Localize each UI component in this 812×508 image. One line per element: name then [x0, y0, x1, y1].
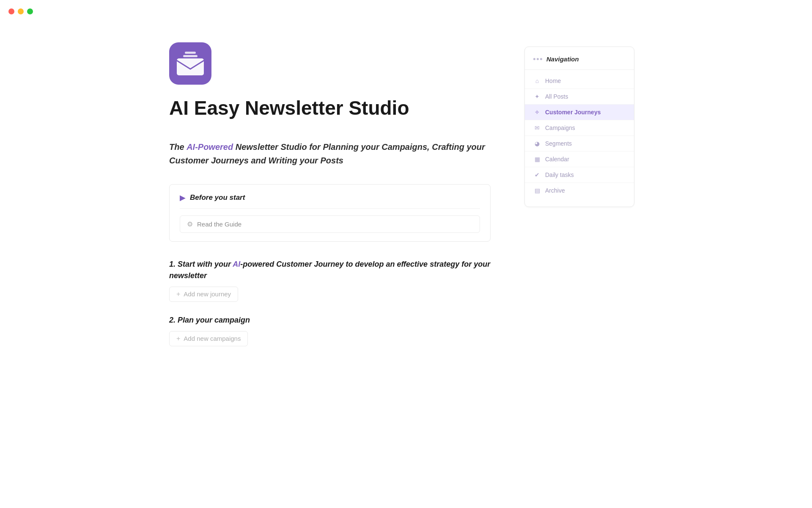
customer-journeys-icon: ✧	[533, 109, 541, 116]
nav-item-label-all-posts: All Posts	[545, 93, 568, 100]
app-icon	[169, 42, 211, 85]
before-you-start-title: Before you start	[190, 193, 245, 202]
nav-item-segments[interactable]: ◕Segments	[525, 136, 634, 152]
before-you-start-card: ▶ Before you start ⚙ Read the Guide	[169, 184, 491, 242]
archive-icon: ▤	[533, 187, 541, 194]
add-icon-2: +	[176, 335, 180, 342]
maximize-button[interactable]	[27, 8, 33, 14]
nav-panel: Navigation ⌂Home✦All Posts✧Customer Jour…	[524, 47, 634, 359]
nav-item-label-customer-journeys: Customer Journeys	[545, 109, 601, 116]
nav-item-calendar[interactable]: ▦Calendar	[525, 152, 634, 167]
nav-item-label-calendar: Calendar	[545, 156, 569, 163]
segments-icon: ◕	[533, 140, 541, 147]
add-journey-button[interactable]: + Add new journey	[169, 287, 238, 302]
nav-item-daily-tasks[interactable]: ✔Daily tasks	[525, 167, 634, 183]
add-campaigns-button[interactable]: + Add new campaigns	[169, 331, 248, 346]
calendar-icon: ▦	[533, 156, 541, 163]
step-1-prefix: 1. Start with your	[169, 260, 233, 268]
nav-dot-1	[533, 58, 535, 60]
left-column: AI Easy Newsletter Studio The AI-Powered…	[169, 42, 491, 359]
step-1-title: 1. Start with your AI-powered Customer J…	[169, 259, 491, 282]
nav-item-label-archive: Archive	[545, 187, 565, 194]
close-button[interactable]	[8, 8, 14, 14]
nav-dots	[533, 58, 542, 60]
nav-item-label-segments: Segments	[545, 140, 572, 147]
card-header: ▶ Before you start	[180, 193, 480, 209]
step-1-highlight: AI	[233, 260, 240, 268]
read-guide-item[interactable]: ⚙ Read the Guide	[180, 215, 480, 233]
step-2-title: 2. Plan your campaign	[169, 315, 491, 326]
content-wrapper: AI Easy Newsletter Studio The AI-Powered…	[152, 42, 660, 359]
all-posts-icon: ✦	[533, 93, 541, 100]
nav-dot-3	[540, 58, 542, 60]
main-content: AI Easy Newsletter Studio The AI-Powered…	[0, 0, 812, 393]
minimize-button[interactable]	[18, 8, 24, 14]
tagline: The AI-Powered Newsletter Studio for Pla…	[169, 140, 491, 167]
add-campaigns-label: Add new campaigns	[184, 335, 241, 342]
add-icon: +	[176, 290, 180, 298]
nav-item-all-posts[interactable]: ✦All Posts	[525, 89, 634, 105]
step-2-prefix: 2. Plan your campaign	[169, 316, 250, 324]
nav-title: Navigation	[546, 55, 579, 63]
read-guide-label: Read the Guide	[197, 221, 241, 228]
nav-dot-2	[537, 58, 539, 60]
svg-rect-2	[185, 52, 196, 54]
nav-item-label-campaigns: Campaigns	[545, 124, 575, 131]
traffic-lights	[8, 8, 33, 14]
step-1: 1. Start with your AI-powered Customer J…	[169, 259, 491, 302]
nav-item-label-daily-tasks: Daily tasks	[545, 171, 574, 178]
svg-rect-3	[183, 55, 198, 57]
step-2: 2. Plan your campaign + Add new campaign…	[169, 315, 491, 346]
nav-item-archive[interactable]: ▤Archive	[525, 183, 634, 198]
gear-icon: ⚙	[187, 220, 193, 228]
flag-icon: ▶	[180, 193, 186, 202]
nav-card: Navigation ⌂Home✦All Posts✧Customer Jour…	[524, 47, 634, 207]
campaigns-icon: ✉	[533, 124, 541, 131]
add-journey-label: Add new journey	[184, 290, 231, 298]
nav-header: Navigation	[525, 55, 634, 70]
tagline-highlight: AI-Powered	[187, 142, 233, 152]
app-title: AI Easy Newsletter Studio	[169, 97, 491, 119]
nav-item-label-home: Home	[545, 77, 561, 84]
tagline-prefix: The	[169, 142, 187, 152]
nav-item-customer-journeys[interactable]: ✧Customer Journeys	[525, 105, 634, 120]
nav-item-home[interactable]: ⌂Home	[525, 73, 634, 89]
nav-items-list: ⌂Home✦All Posts✧Customer Journeys✉Campai…	[525, 73, 634, 198]
home-icon: ⌂	[533, 77, 541, 84]
daily-tasks-icon: ✔	[533, 171, 541, 178]
nav-item-campaigns[interactable]: ✉Campaigns	[525, 120, 634, 136]
svg-rect-1	[177, 58, 204, 75]
